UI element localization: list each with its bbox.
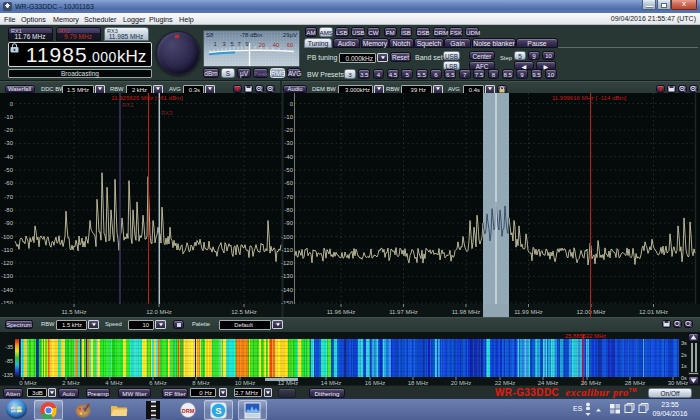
svg-text:-80: -80	[284, 207, 293, 213]
svg-text:-60: -60	[4, 180, 13, 186]
svg-text:-110: -110	[1, 247, 13, 253]
svg-text:-140: -140	[1, 287, 14, 293]
svg-text:11.96 MHz: 11.96 MHz	[327, 309, 356, 315]
svg-text:12.01 MHz: 12.01 MHz	[639, 309, 668, 315]
svg-text:-40: -40	[4, 154, 13, 160]
svg-text:-100: -100	[1, 234, 14, 240]
svg-text:S: S	[215, 405, 221, 416]
svg-text:-135: -135	[2, 372, 13, 378]
svg-text:-90: -90	[4, 220, 13, 226]
svg-text:-70: -70	[284, 194, 293, 200]
svg-text:-140: -140	[281, 287, 294, 293]
svg-text:-110: -110	[281, 247, 293, 253]
svg-text:11.925625 MHz [ -61 dBm]: 11.925625 MHz [ -61 dBm]	[111, 95, 183, 101]
svg-text:-85: -85	[5, 358, 13, 364]
svg-text:-90: -90	[284, 220, 293, 226]
svg-text:-130: -130	[281, 273, 294, 279]
svg-text:1s: 1s	[681, 363, 687, 369]
svg-text:-70: -70	[4, 194, 13, 200]
svg-text:-120: -120	[1, 260, 14, 266]
svg-text:DRM: DRM	[182, 408, 195, 414]
svg-text:3s: 3s	[681, 340, 687, 346]
svg-text:RX1: RX1	[122, 102, 134, 108]
svg-text:11.97 MHz: 11.97 MHz	[389, 309, 418, 315]
svg-text:-120: -120	[281, 260, 294, 266]
svg-text:-100: -100	[281, 234, 294, 240]
svg-text:RX3: RX3	[161, 110, 173, 116]
svg-text:2s: 2s	[681, 352, 687, 358]
svg-text:-35: -35	[5, 344, 13, 350]
svg-text:-30: -30	[284, 140, 293, 146]
svg-text:-40: -40	[284, 154, 293, 160]
svg-text:0s: 0s	[681, 375, 687, 381]
svg-text:25.885522 MHz: 25.885522 MHz	[565, 333, 606, 339]
svg-text:12.5 MHz: 12.5 MHz	[231, 309, 257, 315]
svg-text:-130: -130	[1, 273, 14, 279]
svg-text:-10: -10	[284, 114, 293, 120]
svg-text:-20: -20	[4, 127, 13, 133]
svg-text:-50: -50	[284, 167, 293, 173]
svg-text:11.5 MHz: 11.5 MHz	[61, 309, 86, 315]
svg-text:-50: -50	[4, 167, 13, 173]
svg-text:-20: -20	[284, 127, 293, 133]
svg-text:-60: -60	[284, 180, 293, 186]
svg-text:11.999616 MHz [ -114 dBm]: 11.999616 MHz [ -114 dBm]	[552, 95, 626, 101]
svg-text:11.98 MHz: 11.98 MHz	[452, 309, 481, 315]
svg-text:-10: -10	[4, 114, 13, 120]
svg-text:11.99 MHz: 11.99 MHz	[514, 309, 543, 315]
svg-text:-30: -30	[4, 140, 13, 146]
svg-text:-80: -80	[4, 207, 13, 213]
svg-text:12.0 MHz: 12.0 MHz	[146, 309, 172, 315]
